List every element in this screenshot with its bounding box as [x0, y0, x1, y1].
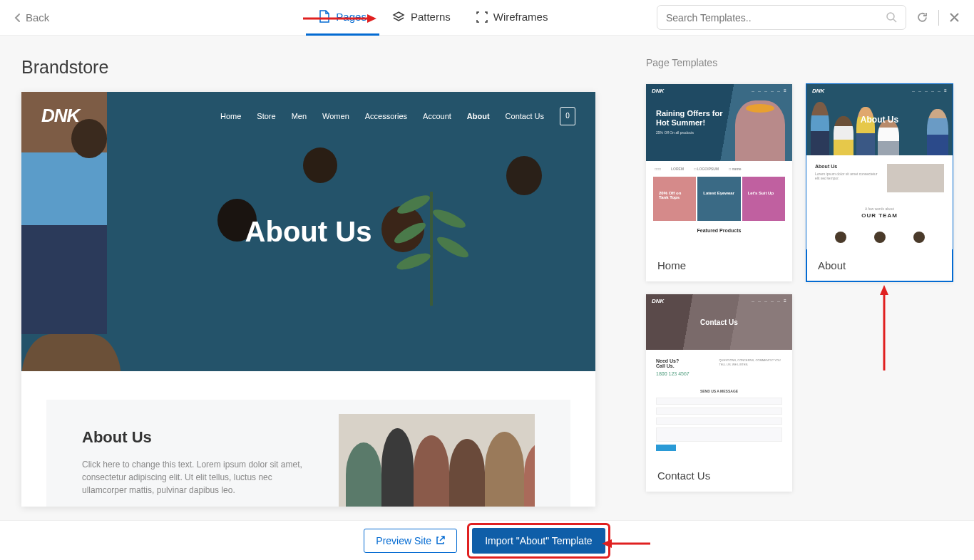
preview-hero: DNK Home Store Men Women Accessories Acc…	[21, 92, 595, 371]
template-grid: DNK—————☰ Raining Offers forHot Summer!2…	[646, 84, 953, 492]
back-button[interactable]: Back	[14, 11, 49, 24]
top-bar: Back Pages Patterns Wireframes	[0, 0, 974, 36]
preview-logo: DNK	[41, 105, 79, 127]
person-illustration	[21, 334, 121, 371]
nav-item: Account	[423, 112, 451, 120]
template-title: Brandstore	[21, 57, 632, 78]
nav-item: Store	[257, 112, 275, 120]
chevron-left-icon	[14, 13, 21, 23]
footer-bar: Preview Site Import "About" Template	[0, 520, 974, 560]
tab-label: Wireframes	[493, 11, 548, 23]
tab-label: Patterns	[411, 11, 451, 23]
preview-nav: DNK Home Store Men Women Accessories Acc…	[21, 105, 595, 127]
template-thumb: DNK—————☰ About Us About UsLorem ipsum d…	[806, 84, 953, 249]
cart-icon: 0	[560, 107, 575, 125]
template-thumb: DNK—————☰ Contact Us Need Us?Call Us. 18…	[646, 294, 792, 460]
template-thumb: DNK—————☰ Raining Offers forHot Summer!2…	[646, 84, 792, 249]
content: Brandstore DNK	[0, 36, 974, 520]
template-preview: DNK Home Store Men Women Accessories Acc…	[21, 92, 595, 507]
close-icon[interactable]	[949, 12, 960, 23]
about-text-block: About Us Click here to change this text.…	[82, 428, 317, 507]
nav-item: About	[467, 112, 490, 120]
template-card-about[interactable]: DNK—————☰ About Us About UsLorem ipsum d…	[806, 84, 953, 281]
about-paragraph: Click here to change this text. Lorem ip…	[82, 458, 317, 497]
nav-item: Contact Us	[506, 112, 544, 120]
template-card-home[interactable]: DNK—————☰ Raining Offers forHot Summer!2…	[646, 84, 792, 281]
about-heading: About Us	[82, 428, 317, 447]
sidebar-title: Page Templates	[646, 57, 953, 68]
preview-site-button[interactable]: Preview Site	[364, 529, 457, 553]
preview-about-section: About Us Click here to change this text.…	[46, 400, 570, 507]
tabs: Pages Patterns Wireframes	[306, 0, 560, 36]
preview-hero-title: About Us	[245, 216, 372, 248]
back-label: Back	[26, 11, 49, 24]
template-label: Contact Us	[646, 460, 792, 492]
preview-menu: Home Store Men Women Accessories Account…	[220, 107, 575, 125]
template-card-contact[interactable]: DNK—————☰ Contact Us Need Us?Call Us. 18…	[646, 294, 792, 492]
nav-item: Accessories	[365, 112, 407, 120]
nav-item: Women	[322, 112, 349, 120]
layers-icon	[392, 11, 405, 24]
button-label: Import "About" Template	[485, 535, 593, 546]
template-label: About	[806, 249, 953, 281]
tab-label: Pages	[336, 11, 366, 23]
left-panel: Brandstore DNK	[0, 57, 632, 520]
nav-item: Men	[292, 112, 307, 120]
search-icon	[886, 12, 897, 23]
tab-wireframes[interactable]: Wireframes	[463, 0, 561, 36]
annotation-highlight: Import "About" Template	[467, 523, 610, 559]
search-field[interactable]	[657, 5, 906, 30]
button-label: Preview Site	[376, 535, 431, 546]
header-controls	[657, 5, 960, 30]
external-link-icon	[436, 536, 445, 545]
plant-illustration	[396, 192, 467, 320]
divider	[938, 10, 939, 26]
about-image	[339, 414, 535, 507]
search-input[interactable]	[666, 12, 886, 24]
frame-icon	[476, 11, 488, 23]
right-panel: Page Templates DNK—————☰ Raining Offers …	[632, 57, 974, 520]
template-label: Home	[646, 249, 792, 281]
refresh-icon[interactable]	[916, 11, 928, 24]
import-template-button[interactable]: Import "About" Template	[472, 528, 605, 554]
svg-point-0	[887, 13, 894, 20]
tab-pages[interactable]: Pages	[306, 0, 379, 36]
nav-item: Home	[220, 112, 241, 120]
page-icon	[319, 10, 330, 23]
tab-patterns[interactable]: Patterns	[379, 0, 463, 36]
